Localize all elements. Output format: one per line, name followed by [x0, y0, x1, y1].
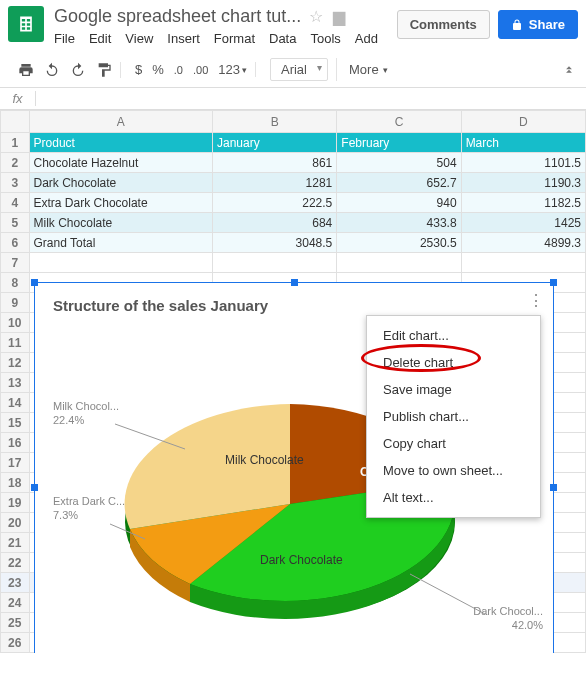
chart-title: Structure of the sales January	[35, 283, 553, 314]
cell[interactable]: 222.5	[212, 193, 336, 213]
pie-label-extra: Extra Dark C...7.3%	[53, 494, 125, 523]
col-header-d[interactable]: D	[461, 111, 585, 133]
row-header[interactable]: 5	[1, 213, 30, 233]
sheets-logo[interactable]	[8, 6, 44, 42]
more-button[interactable]: More▾	[343, 62, 394, 77]
row-header[interactable]: 20	[1, 513, 30, 533]
row-header[interactable]: 21	[1, 533, 30, 553]
menu-file[interactable]: File	[54, 31, 75, 46]
menu-edit[interactable]: Edit	[89, 31, 111, 46]
star-icon[interactable]: ☆	[309, 7, 323, 26]
cell[interactable]: 1182.5	[461, 193, 585, 213]
percent-button[interactable]: %	[152, 62, 164, 77]
cell[interactable]: 1425	[461, 213, 585, 233]
folder-icon[interactable]: ▆	[333, 7, 345, 26]
redo-icon[interactable]	[70, 62, 86, 78]
row-header[interactable]: 25	[1, 613, 30, 633]
ctx-move-sheet[interactable]: Move to own sheet...	[367, 457, 540, 484]
ctx-alt-text[interactable]: Alt text...	[367, 484, 540, 511]
row-header[interactable]: 24	[1, 593, 30, 613]
cell[interactable]: 652.7	[337, 173, 461, 193]
paint-format-icon[interactable]	[96, 62, 112, 78]
row-header[interactable]: 15	[1, 413, 30, 433]
cell[interactable]: 861	[212, 153, 336, 173]
collapse-toolbar-icon[interactable]	[562, 61, 576, 78]
cell[interactable]: 2530.5	[337, 233, 461, 253]
row-header[interactable]: 19	[1, 493, 30, 513]
ctx-copy-chart[interactable]: Copy chart	[367, 430, 540, 457]
menu-addons[interactable]: Add	[355, 31, 378, 46]
row-header[interactable]: 17	[1, 453, 30, 473]
col-header-b[interactable]: B	[212, 111, 336, 133]
cell[interactable]: 1281	[212, 173, 336, 193]
cell[interactable]: 4899.3	[461, 233, 585, 253]
cell[interactable]: Grand Total	[29, 233, 212, 253]
cell[interactable]: Product	[29, 133, 212, 153]
row-header[interactable]: 11	[1, 333, 30, 353]
row-header[interactable]: 16	[1, 433, 30, 453]
ctx-edit-chart[interactable]: Edit chart...	[367, 322, 540, 349]
row-header[interactable]: 12	[1, 353, 30, 373]
font-select[interactable]: Arial	[270, 58, 328, 81]
menu-format[interactable]: Format	[214, 31, 255, 46]
row-header[interactable]: 14	[1, 393, 30, 413]
share-button[interactable]: Share	[498, 10, 578, 39]
row-header[interactable]: 18	[1, 473, 30, 493]
col-header-c[interactable]: C	[337, 111, 461, 133]
menu-insert[interactable]: Insert	[167, 31, 200, 46]
row-header[interactable]: 22	[1, 553, 30, 573]
number-format-button[interactable]: 123▾	[218, 62, 247, 77]
row-header[interactable]: 23	[1, 573, 30, 593]
chart-context-menu: Edit chart... Delete chart Save image Pu…	[366, 315, 541, 518]
cell[interactable]: January	[212, 133, 336, 153]
app-header: Google spreadsheet chart tut... ☆ ▆ File…	[0, 0, 586, 52]
comments-button[interactable]: Comments	[397, 10, 490, 39]
row-header[interactable]: 7	[1, 253, 30, 273]
menu-tools[interactable]: Tools	[310, 31, 340, 46]
svg-text:Dark Chocolate: Dark Chocolate	[260, 553, 343, 567]
row-header[interactable]: 26	[1, 633, 30, 653]
toolbar: $ % .0 .00 123▾ Arial More▾	[0, 52, 586, 88]
increase-decimal-button[interactable]: .00	[193, 64, 208, 76]
row-header[interactable]: 13	[1, 373, 30, 393]
pie-label-milk: Milk Chocol...22.4%	[53, 399, 119, 428]
cell[interactable]: 1190.3	[461, 173, 585, 193]
row-header[interactable]: 1	[1, 133, 30, 153]
cell[interactable]: Chocolate Hazelnut	[29, 153, 212, 173]
cell[interactable]: 940	[337, 193, 461, 213]
cell[interactable]: Dark Chocolate	[29, 173, 212, 193]
row-header[interactable]: 4	[1, 193, 30, 213]
ctx-save-image[interactable]: Save image	[367, 376, 540, 403]
row-header[interactable]: 9	[1, 293, 30, 313]
row-header[interactable]: 6	[1, 233, 30, 253]
embedded-chart[interactable]: Structure of the sales January ⋮ Milk Ch…	[34, 282, 554, 653]
cell[interactable]: 504	[337, 153, 461, 173]
select-all-cell[interactable]	[1, 111, 30, 133]
cell[interactable]: 684	[212, 213, 336, 233]
menu-view[interactable]: View	[125, 31, 153, 46]
cell[interactable]: 3048.5	[212, 233, 336, 253]
cell[interactable]: 433.8	[337, 213, 461, 233]
ctx-delete-chart[interactable]: Delete chart	[367, 349, 540, 376]
cell[interactable]: March	[461, 133, 585, 153]
print-icon[interactable]	[18, 62, 34, 78]
cell[interactable]: 1101.5	[461, 153, 585, 173]
row-header[interactable]: 8	[1, 273, 30, 293]
undo-icon[interactable]	[44, 62, 60, 78]
lock-icon	[511, 19, 523, 31]
row-header[interactable]: 3	[1, 173, 30, 193]
chart-menu-icon[interactable]: ⋮	[528, 291, 543, 310]
col-header-a[interactable]: A	[29, 111, 212, 133]
cell[interactable]: Extra Dark Chocolate	[29, 193, 212, 213]
currency-button[interactable]: $	[135, 62, 142, 77]
formula-input[interactable]	[36, 88, 586, 109]
menu-data[interactable]: Data	[269, 31, 296, 46]
pie-label-dark: Dark Chocol...42.0%	[473, 604, 543, 633]
row-header[interactable]: 10	[1, 313, 30, 333]
decrease-decimal-button[interactable]: .0	[174, 64, 183, 76]
doc-title[interactable]: Google spreadsheet chart tut... ☆ ▆	[54, 6, 397, 27]
cell[interactable]: Milk Chocolate	[29, 213, 212, 233]
ctx-publish-chart[interactable]: Publish chart...	[367, 403, 540, 430]
row-header[interactable]: 2	[1, 153, 30, 173]
cell[interactable]: February	[337, 133, 461, 153]
